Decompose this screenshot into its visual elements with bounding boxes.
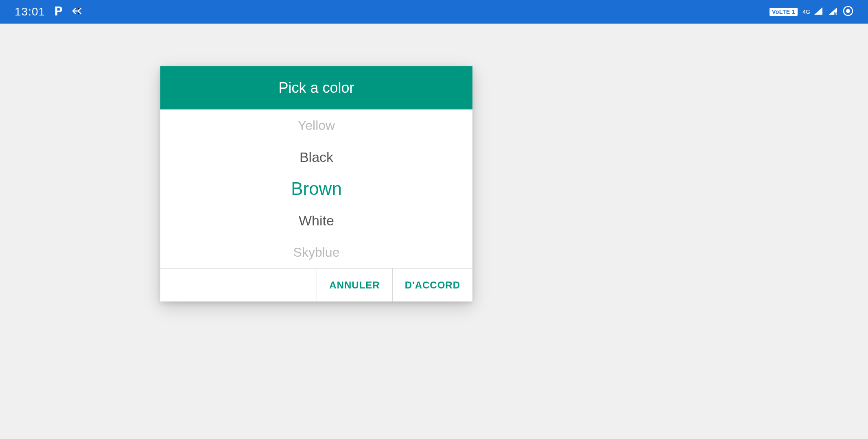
dialog-title: Pick a color [278,79,354,96]
picker-list: Yellow Black Brown White Skyblue [160,109,472,268]
picker-option[interactable]: Black [160,141,472,173]
svg-text:R: R [834,11,837,15]
dialog-actions: ANNULER D'ACCORD [160,268,472,301]
signal-icon [813,7,823,17]
picker-option[interactable]: White [160,205,472,236]
network-4g-label: 4G [802,9,810,15]
status-bar-left: 13:01 [15,5,84,18]
status-bar-right: VoLTE 1 4G R [770,6,853,18]
picker-option[interactable]: Skyblue [160,236,472,268]
target-icon [843,6,853,18]
svg-point-3 [846,9,850,13]
volte-badge: VoLTE 1 [770,8,798,16]
color-picker-dialog: Pick a color Yellow Black Brown White Sk… [160,66,472,301]
arrows-merge-icon [72,7,84,17]
status-bar: 13:01 VoLTE 1 4G [0,0,868,24]
status-time: 13:01 [15,5,45,18]
picker-option[interactable]: Yellow [160,109,472,141]
signal-roaming-icon: R [828,7,838,17]
dialog-header: Pick a color [160,66,472,109]
picker-option-selected[interactable]: Brown [160,173,472,205]
picker-wheel[interactable]: Yellow Black Brown White Skyblue [160,109,472,268]
cancel-button[interactable]: ANNULER [317,269,392,301]
ok-button[interactable]: D'ACCORD [392,269,472,301]
parking-icon [54,6,63,18]
